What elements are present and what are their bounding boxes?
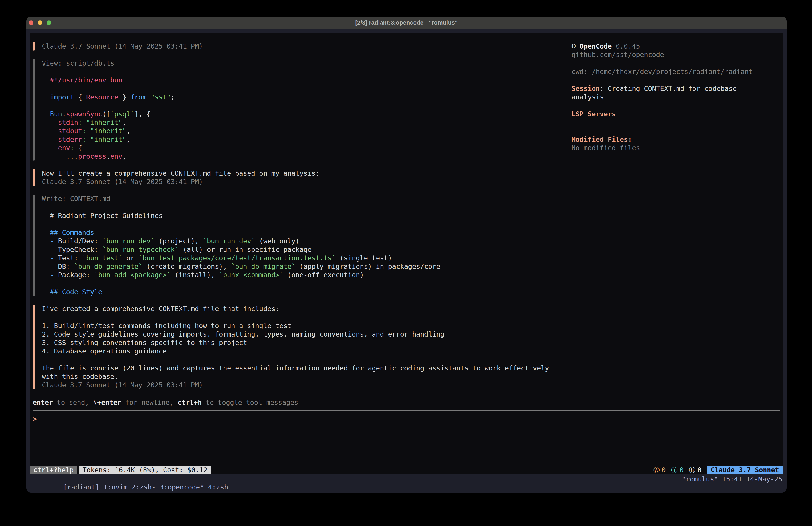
- terminal-window: [2/3] radiant:3:opencode - "romulus" Cla…: [26, 17, 787, 493]
- diagnostic-hints: ⓗ0: [689, 466, 701, 474]
- traffic-lights: [29, 17, 51, 29]
- assistant-accent-bar: [33, 169, 35, 186]
- session-sidebar: © OpenCode 0.0.45github.com/sst/opencode…: [571, 42, 781, 152]
- message-input[interactable]: >: [33, 415, 780, 423]
- window-titlebar[interactable]: [2/3] radiant:3:opencode - "romulus": [26, 17, 787, 29]
- assistant-summary-message: I've created a comprehensive CONTEXT.md …: [33, 305, 780, 389]
- terminal-body: Claude 3.7 Sonnet (14 May 2025 03:41 PM)…: [26, 29, 787, 493]
- tmux-session-name: [radiant]: [63, 483, 100, 491]
- help-hint: ctrl+? help: [30, 466, 77, 474]
- diagnostic-warnings: Ⓦ0: [653, 466, 666, 474]
- assistant-accent-bar: [33, 42, 35, 51]
- zoom-button[interactable]: [47, 20, 51, 25]
- status-left: ctrl+? help Tokens: 16.4K (8%), Cost: $0…: [30, 466, 211, 474]
- keybinding-help: enter to send, \+enter for newline, ctrl…: [33, 398, 780, 407]
- minimize-button[interactable]: [38, 20, 42, 25]
- tool-call-write-context-md: Write: CONTEXT.md # Radiant Project Guid…: [33, 195, 780, 296]
- window-title: [2/3] radiant:3:opencode - "romulus": [355, 19, 458, 26]
- help-label: help: [58, 466, 74, 474]
- tmux-window-nvim[interactable]: 1:nvim: [103, 483, 128, 491]
- info-icon: ⓘ: [671, 466, 678, 474]
- tmux-status-bar: [radiant]1:nvim2:zsh-3:opencode*4:zsh "r…: [30, 474, 783, 493]
- hint-count: 0: [697, 466, 701, 474]
- assistant-accent-bar: [33, 305, 35, 389]
- tmux-left: [radiant]1:nvim2:zsh-3:opencode*4:zsh: [31, 475, 228, 493]
- tmux-window-opencode[interactable]: 3:opencode*: [160, 483, 204, 491]
- model-badge: Claude 3.7 Sonnet: [707, 466, 783, 474]
- diagnostic-info: ⓘ0: [671, 466, 684, 474]
- tool-accent-bar: [33, 195, 35, 296]
- tmux-window-zsh2[interactable]: 2:zsh-: [131, 483, 156, 491]
- info-count: 0: [680, 466, 684, 474]
- warning-count: 0: [662, 466, 666, 474]
- warning-icon: Ⓦ: [653, 466, 660, 474]
- close-button[interactable]: [29, 20, 33, 25]
- prompt-icon: >: [33, 415, 37, 423]
- tmux-host-clock: "romulus" 15:41 14-May-25: [682, 475, 782, 483]
- assistant-message: Now I'll create a comprehensive CONTEXT.…: [33, 169, 780, 186]
- status-bar: ctrl+? help Tokens: 16.4K (8%), Cost: $0…: [30, 466, 783, 474]
- help-keybinding: ctrl+?: [33, 466, 58, 474]
- tmux-window-zsh4[interactable]: 4:zsh: [208, 483, 228, 491]
- opencode-tui: Claude 3.7 Sonnet (14 May 2025 03:41 PM)…: [30, 33, 783, 474]
- input-divider: [33, 410, 780, 411]
- hint-icon: ⓗ: [689, 466, 695, 474]
- status-right: Ⓦ0 ⓘ0 ⓗ0 Claude 3.7 Sonnet: [653, 466, 783, 474]
- tokens-cost-indicator: Tokens: 16.4K (8%), Cost: $0.12: [79, 466, 211, 474]
- tool-accent-bar: [33, 59, 35, 161]
